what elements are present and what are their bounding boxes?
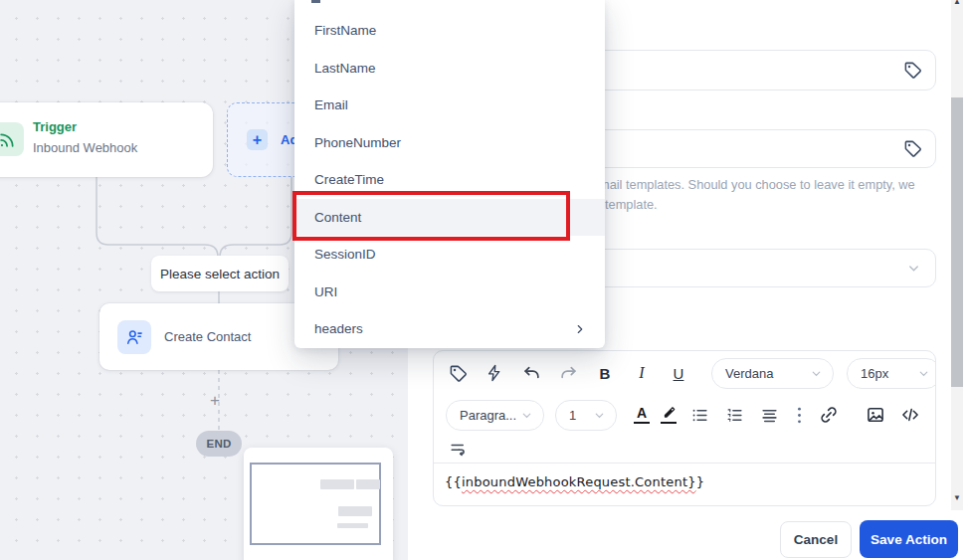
italic-button[interactable]: I [630,361,654,385]
list-level-value: 1 [569,408,576,423]
dropdown-item-uri[interactable]: URI [294,274,605,311]
highlight-color-bar [661,422,677,425]
panel-scrollbar[interactable]: ▲ ▼ [951,0,963,510]
dropdown-item-label: Email [314,97,348,112]
text-color-button[interactable]: A [634,406,650,425]
paragraph-format-value: Paragra... [460,408,516,423]
redo-icon[interactable] [556,361,580,385]
contact-person-icon [117,320,151,354]
chevron-down-icon [593,409,606,422]
dropdown-item-email[interactable]: Email [294,87,605,124]
plus-icon: + [247,129,268,150]
align-text-icon[interactable] [757,403,781,427]
font-size-select[interactable]: 16px [847,358,936,389]
font-family-value: Verdana [725,366,773,381]
content-highlight-box [292,191,570,241]
minimap-bar [356,479,380,489]
helper-text-line1: mail templates. Should you choose to lea… [599,175,915,195]
insert-link-icon[interactable] [817,403,841,427]
chevron-down-icon [810,367,823,380]
clipped-item-fragment [311,0,320,3]
trigger-node-subtitle: Inbound Webhook [33,140,137,155]
end-badge: END [196,431,242,457]
highlighter-icon [662,406,677,420]
font-family-select[interactable]: Verdana [711,358,834,389]
scroll-down-arrow-icon[interactable]: ▼ [951,494,963,502]
minimap-bar [320,479,354,489]
merge-tag-icon[interactable] [446,361,470,385]
dropdown-item-label: URI [314,284,337,299]
editor-content-area[interactable]: {{inboundWebhookRequest.Content}} [434,463,935,500]
template-token-close: } [696,474,704,489]
dropdown-item-lastname[interactable]: LastName [294,50,605,88]
dropdown-item-sessionid[interactable]: SessionID [294,236,605,274]
select-action-label: Please select action [151,256,289,291]
highlight-color-button[interactable] [661,406,677,425]
tag-icon[interactable] [902,139,922,159]
editor-toolbar-row2: Paragra... 1 A [434,395,935,435]
chevron-down-icon [520,409,533,422]
text-wrap-icon[interactable] [446,437,470,461]
minimap-bar [338,506,372,516]
scrollbar-thumb[interactable] [951,97,963,387]
bold-button[interactable]: B [593,361,617,385]
dropdown-item-label: LastName [314,61,376,76]
more-options-kebab-icon[interactable] [792,403,806,427]
canvas-minimap-preview [244,448,393,560]
text-color-letter: A [637,406,647,420]
template-token-flagged: inboundWebhookRequest.Content} [462,474,696,489]
template-token-open: {{ [445,474,462,489]
dropdown-item-label: CreateTime [314,172,384,187]
font-size-value: 16px [861,366,888,381]
dropdown-item-label: headers [314,321,363,336]
scroll-up-arrow-icon[interactable]: ▲ [951,0,963,6]
paragraph-format-select[interactable]: Paragra... [446,400,544,431]
minimap-bar [337,523,368,528]
minimap-frame [250,463,381,545]
numbered-list-icon[interactable] [722,403,746,427]
save-action-button[interactable]: Save Action [860,520,958,558]
rich-text-editor: B I U Verdana 16px Paragra... [433,350,936,506]
trigger-node[interactable]: Trigger Inbound Webhook [0,102,213,177]
editor-toolbar-row3 [434,435,935,463]
chevron-down-icon [917,367,930,380]
cancel-button[interactable]: Cancel [780,521,852,558]
dropdown-item-firstname[interactable]: FirstName [294,12,605,50]
chevron-down-icon [906,261,921,276]
editor-toolbar-row1: B I U Verdana 16px [434,351,935,395]
underline-button[interactable]: U [667,361,690,385]
undo-icon[interactable] [519,361,543,385]
insert-image-icon[interactable] [864,403,887,427]
webhook-signal-icon [0,122,24,156]
code-view-icon[interactable] [898,403,922,427]
text-color-bar [634,422,650,425]
dropdown-item-label: FirstName [314,23,376,38]
list-level-select[interactable]: 1 [555,400,617,431]
trigger-node-title: Trigger [33,119,77,134]
dropdown-item-phonenumber[interactable]: PhoneNumber [294,124,605,162]
chevron-right-icon [573,322,587,336]
webhook-fields-dropdown: FirstName LastName Email PhoneNumber Cre… [294,0,605,348]
dropdown-item-headers[interactable]: headers [294,310,605,348]
dropdown-item-label: PhoneNumber [314,135,401,150]
tag-icon[interactable] [902,61,922,81]
dropdown-item-label: SessionID [314,247,376,262]
helper-text-line2: template. [605,195,658,215]
bullet-list-icon[interactable] [687,403,711,427]
add-connector-plus[interactable]: + [210,391,220,411]
create-contact-label: Create Contact [164,329,251,344]
dynamic-content-bolt-icon[interactable] [483,361,506,385]
